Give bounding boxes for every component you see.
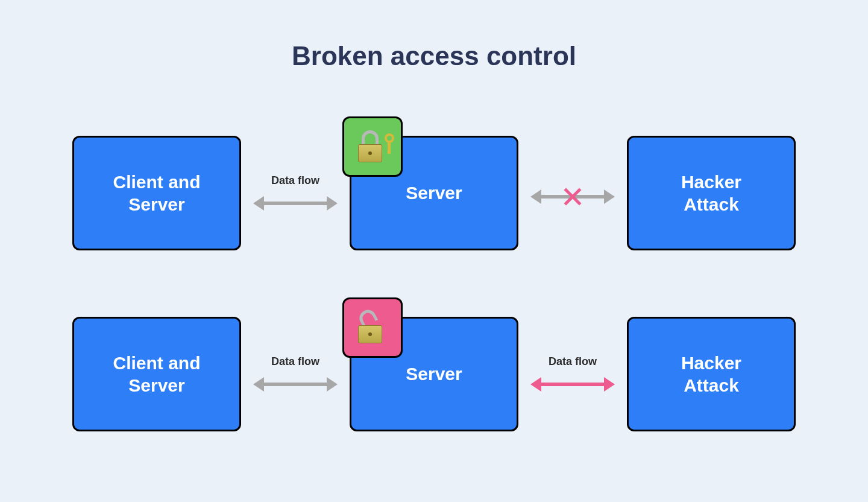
diagram-title: Broken access control [292,41,576,71]
hacker-attack-label: HackerAttack [669,171,753,216]
double-arrow-icon [530,375,615,393]
server-label: Server [394,363,474,386]
blocked-arrow-icon [530,188,615,206]
double-arrow-icon [253,375,338,393]
client-server-box: Client andServer [72,317,241,431]
client-server-box: Client andServer [72,136,241,250]
data-flow-label: Data flow [549,355,597,368]
flow-row-secure: Client andServer Data flow [72,133,796,253]
open-padlock-icon [354,310,391,346]
left-connector: Data flow [241,133,350,253]
locked-badge [342,116,403,177]
server-label: Server [394,182,474,205]
client-server-label: Client andServer [101,171,212,216]
hacker-attack-box: HackerAttack [627,317,796,431]
hacker-attack-box: HackerAttack [627,136,796,250]
flow-row-broken: Client andServer Data flow Server Data f… [72,314,796,434]
right-connector-blocked [518,133,627,253]
client-server-label: Client andServer [101,352,212,397]
unlocked-badge [342,297,403,358]
data-flow-label: Data flow [271,174,319,187]
block-cross-icon [564,188,582,206]
server-box: Server [350,136,518,250]
hacker-attack-label: HackerAttack [669,352,753,397]
diagram-container: Client andServer Data flow [72,133,796,495]
right-connector-open: Data flow [518,314,627,434]
locked-padlock-icon [354,129,391,165]
server-box: Server [350,317,518,431]
left-connector: Data flow [241,314,350,434]
double-arrow-icon [253,194,338,212]
data-flow-label: Data flow [271,355,319,368]
key-icon [382,133,394,145]
